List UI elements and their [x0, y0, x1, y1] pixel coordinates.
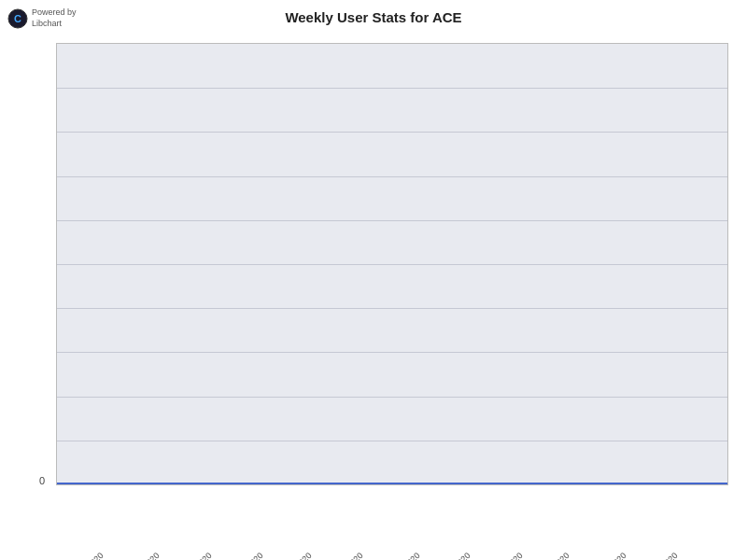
grid-line [57, 264, 727, 265]
chart-plot-area [56, 43, 728, 485]
x-label-7: 22-Feb-2020 [431, 551, 472, 560]
x-label-4: 1-Feb-2020 [275, 551, 313, 560]
x-axis: 4-Jan-2020 11-Jan-2020 18-Jan-2020 25-Ja… [56, 485, 728, 560]
grid-line [57, 397, 727, 398]
grid-line [57, 176, 727, 177]
x-label-6: 15-Feb-2020 [381, 551, 422, 560]
grid-line [57, 220, 727, 221]
grid-line [57, 441, 727, 441]
grid-line [57, 352, 727, 353]
x-label-0: 4-Jan-2020 [68, 551, 105, 560]
x-label-8: 29-Feb-2020 [484, 551, 525, 560]
grid-line [57, 132, 727, 133]
grid-line [57, 308, 727, 309]
y-axis-zero-label: 0 [39, 475, 45, 486]
x-label-10: 14-Mar-2020 [587, 551, 628, 560]
x-label-3: 25-Jan-2020 [225, 551, 265, 560]
x-label-11: 21-Mar-2020 [639, 551, 680, 560]
chart-title: Weekly User Stats for ACE [0, 9, 747, 25]
x-label-1: 11-Jan-2020 [121, 551, 162, 560]
data-series-line [57, 483, 727, 484]
x-label-5: 8-Feb-2020 [328, 551, 365, 560]
chart-container: C Powered by Libchart Weekly User Stats … [0, 0, 747, 560]
x-label-2: 18-Jan-2020 [174, 551, 214, 560]
grid-lines [57, 44, 727, 484]
x-label-9: 7-Mar-2020 [534, 551, 571, 560]
grid-line [57, 88, 727, 89]
